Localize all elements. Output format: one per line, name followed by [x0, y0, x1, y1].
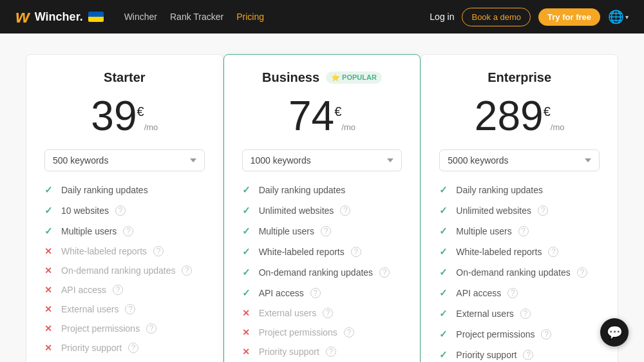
- info-icon[interactable]: ?: [344, 327, 354, 338]
- book-demo-button[interactable]: Book a demo: [462, 8, 531, 26]
- info-icon[interactable]: ?: [153, 246, 164, 256]
- feature-item: ✕ Project permissions ?: [242, 327, 402, 338]
- feature-label: Daily ranking updates: [61, 185, 148, 195]
- logo-text: Wincher.: [35, 10, 83, 24]
- feature-label: Unlimited websites: [259, 205, 334, 216]
- keywords-select[interactable]: 5000 keywords10000 keywords20000 keyword…: [439, 149, 600, 171]
- plans-grid: Starter 39€/mo 500 keywords1000 keywords…: [26, 54, 618, 362]
- cross-icon: ✕: [44, 323, 55, 334]
- feature-label: White-labeled reports: [259, 247, 345, 257]
- check-icon: ✓: [242, 246, 252, 258]
- feature-label: Multiple users: [61, 226, 117, 236]
- info-icon[interactable]: ?: [125, 304, 135, 314]
- cross-icon: ✕: [242, 308, 252, 318]
- plan-name: Enterprise: [439, 70, 600, 85]
- feature-item: ✕ External users ?: [44, 304, 205, 314]
- info-icon[interactable]: ?: [182, 265, 192, 276]
- price-number: 39€/mo: [91, 93, 158, 139]
- cross-icon: ✕: [242, 347, 252, 357]
- feature-label: External users: [456, 309, 513, 319]
- feature-item: ✓ White-labeled reports ?: [439, 246, 600, 258]
- feature-item: ✕ White-labeled reports ?: [44, 246, 205, 256]
- info-icon[interactable]: ?: [146, 323, 156, 334]
- info-icon[interactable]: ?: [379, 267, 390, 278]
- check-icon: ✓: [439, 349, 450, 361]
- info-icon[interactable]: ?: [310, 288, 321, 298]
- login-button[interactable]: Log in: [430, 12, 454, 22]
- feature-item: ✓ API access ?: [242, 287, 402, 299]
- info-icon[interactable]: ?: [351, 247, 361, 257]
- check-icon: ✓: [242, 267, 252, 278]
- try-free-button[interactable]: Try for free: [538, 8, 600, 26]
- feature-label: White-labeled reports: [61, 246, 147, 256]
- feature-item: ✕ API access ?: [44, 285, 205, 295]
- keywords-select[interactable]: 500 keywords1000 keywords2000 keywords: [44, 149, 205, 171]
- check-icon: ✓: [439, 308, 450, 319]
- chat-icon: 💬: [607, 325, 623, 340]
- feature-item: ✕ Priority support ?: [242, 347, 402, 357]
- language-button[interactable]: 🌐 ▾: [608, 9, 629, 24]
- feature-label: Daily ranking updates: [259, 185, 346, 195]
- feature-item: ✓ 10 websites ?: [44, 205, 205, 216]
- info-icon[interactable]: ?: [123, 226, 133, 236]
- check-icon: ✓: [242, 287, 252, 299]
- feature-label: On-demand ranking updates: [61, 265, 175, 276]
- check-icon: ✓: [439, 246, 450, 258]
- keywords-select[interactable]: 1000 keywords2000 keywords5000 keywords: [242, 149, 402, 171]
- info-icon[interactable]: ?: [323, 308, 333, 318]
- feature-item: ✕ Project permissions ?: [44, 323, 205, 334]
- check-icon: ✓: [439, 184, 450, 196]
- feature-label: API access: [61, 285, 106, 295]
- nav-rank-tracker[interactable]: Rank Tracker: [170, 12, 223, 22]
- check-icon: ✓: [242, 225, 252, 237]
- feature-item: ✓ On-demand ranking updates ?: [439, 267, 600, 278]
- logo: w Wincher.: [15, 6, 104, 27]
- price-period: /mo: [341, 122, 355, 132]
- info-icon[interactable]: ?: [340, 205, 350, 216]
- feature-list: ✓ Daily ranking updates ✓ Unlimited webs…: [242, 184, 402, 357]
- info-icon[interactable]: ?: [128, 343, 138, 353]
- info-icon[interactable]: ?: [541, 329, 551, 339]
- price-currency: €: [334, 104, 341, 119]
- nav: Wincher Rank Tracker Pricing: [124, 12, 415, 22]
- info-icon[interactable]: ?: [321, 226, 331, 236]
- feature-label: External users: [259, 308, 316, 318]
- plan-name: Business ⭐ POPULAR: [242, 70, 402, 85]
- price-currency: €: [544, 104, 551, 119]
- feature-item: ✓ Multiple users ?: [439, 225, 600, 237]
- feature-item: ✕ On-demand ranking updates ?: [44, 265, 205, 276]
- feature-item: ✓ Unlimited websites ?: [439, 205, 600, 216]
- info-icon[interactable]: ?: [507, 288, 518, 298]
- check-icon: ✓: [439, 287, 450, 299]
- feature-label: Multiple users: [259, 226, 314, 236]
- feature-label: Project permissions: [456, 329, 535, 339]
- info-icon[interactable]: ?: [518, 226, 529, 236]
- info-icon[interactable]: ?: [115, 205, 126, 216]
- nav-wincher[interactable]: Wincher: [124, 12, 157, 22]
- info-icon[interactable]: ?: [113, 285, 123, 295]
- info-icon[interactable]: ?: [520, 309, 531, 319]
- feature-item: ✓ White-labeled reports ?: [242, 246, 402, 258]
- header-right: Log in Book a demo Try for free 🌐 ▾: [430, 8, 629, 26]
- info-icon[interactable]: ?: [538, 205, 548, 216]
- info-icon[interactable]: ?: [326, 347, 336, 357]
- nav-pricing[interactable]: Pricing: [236, 12, 264, 22]
- info-icon[interactable]: ?: [548, 247, 558, 257]
- feature-label: On-demand ranking updates: [456, 267, 570, 278]
- feature-item: ✓ Daily ranking updates: [242, 184, 402, 196]
- feature-label: Daily ranking updates: [456, 185, 543, 195]
- feature-label: API access: [456, 288, 501, 298]
- cross-icon: ✕: [44, 285, 55, 295]
- chevron-down-icon: ▾: [625, 14, 629, 21]
- plan-name: Starter: [44, 70, 205, 85]
- feature-label: Project permissions: [259, 327, 337, 338]
- cross-icon: ✕: [44, 265, 55, 276]
- info-icon[interactable]: ?: [523, 350, 533, 360]
- cross-icon: ✕: [242, 327, 252, 338]
- feature-label: Project permissions: [61, 323, 140, 334]
- feature-item: ✓ API access ?: [439, 287, 600, 299]
- chat-button[interactable]: 💬: [600, 318, 629, 347]
- info-icon[interactable]: ?: [577, 267, 587, 278]
- price-currency: €: [137, 104, 144, 119]
- feature-list: ✓ Daily ranking updates ✓ Unlimited webs…: [439, 184, 600, 361]
